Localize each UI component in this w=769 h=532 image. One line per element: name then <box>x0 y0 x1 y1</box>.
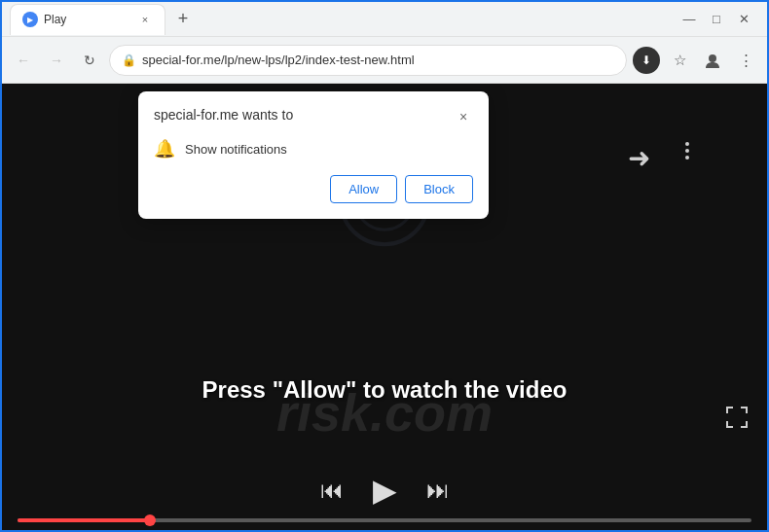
video-dots-menu[interactable] <box>685 142 689 160</box>
next-button[interactable]: ⏭ <box>426 477 450 504</box>
browser-frame: ▶ Play × + — □ ✕ ← → ↻ 🔒 special-for.me/… <box>2 2 767 530</box>
popup-header: special-for.me wants to × <box>154 107 473 126</box>
bookmark-button[interactable]: ☆ <box>666 47 693 74</box>
player-controls: ⏮ ▶ ⏭ <box>2 462 767 518</box>
instruction-text: Press "Allow" to watch the video <box>2 376 767 404</box>
popup-close-button[interactable]: × <box>454 107 473 126</box>
progress-fill <box>18 518 150 522</box>
dot2 <box>685 149 689 153</box>
svg-point-0 <box>709 54 716 62</box>
popup-buttons: Allow Block <box>154 175 473 203</box>
tab-area: ▶ Play × + <box>10 4 674 35</box>
download-indicator: ⬇ <box>633 47 660 74</box>
address-bar: ← → ↻ 🔒 special-for.me/lp/new-lps/lp2/in… <box>2 37 767 84</box>
new-tab-button[interactable]: + <box>169 6 197 33</box>
allow-button[interactable]: Allow <box>330 175 397 203</box>
dot3 <box>685 156 689 160</box>
play-pause-button[interactable]: ▶ <box>373 472 397 509</box>
chrome-menu-button[interactable]: ⋮ <box>732 47 759 74</box>
active-tab[interactable]: ▶ Play × <box>10 4 165 35</box>
window-controls: — □ ✕ <box>674 12 759 27</box>
url-display: special-for.me/lp/new-lps/lp2/index-test… <box>142 53 614 67</box>
page-content: ➜ risk.com Press "Allow" to watch the vi… <box>2 84 767 530</box>
popup-notification-row: 🔔 Show notifications <box>154 138 473 160</box>
block-button[interactable]: Block <box>405 175 473 203</box>
title-bar: ▶ Play × + — □ ✕ <box>2 2 767 37</box>
reload-button[interactable]: ↻ <box>76 47 103 74</box>
prev-button[interactable]: ⏮ <box>320 477 344 504</box>
close-window-button[interactable]: ✕ <box>736 12 751 27</box>
progress-dot <box>144 514 156 526</box>
arrow-icon: ➜ <box>628 142 650 174</box>
profile-button[interactable] <box>699 47 726 74</box>
address-input-wrap[interactable]: 🔒 special-for.me/lp/new-lps/lp2/index-te… <box>109 45 627 76</box>
popup-title: special-for.me wants to <box>154 107 293 123</box>
progress-area[interactable] <box>2 518 767 530</box>
forward-button[interactable]: → <box>43 47 70 74</box>
lock-icon: 🔒 <box>122 53 136 67</box>
dot1 <box>685 142 689 146</box>
notification-label: Show notifications <box>185 142 287 157</box>
permission-popup: special-for.me wants to × 🔔 Show notific… <box>138 91 489 219</box>
minimize-button[interactable]: — <box>681 12 697 27</box>
tab-title: Play <box>44 13 131 26</box>
progress-bar[interactable] <box>18 518 751 522</box>
maximize-button[interactable]: □ <box>709 12 724 27</box>
tab-favicon: ▶ <box>22 12 38 27</box>
back-button[interactable]: ← <box>10 47 37 74</box>
fullscreen-button[interactable] <box>726 407 748 433</box>
bell-icon: 🔔 <box>154 138 175 160</box>
tab-close-button[interactable]: × <box>137 12 153 27</box>
